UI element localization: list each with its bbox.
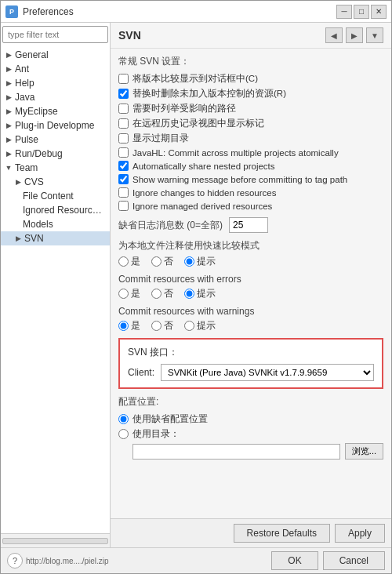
- checkbox-ancestors[interactable]: [118, 104, 129, 114]
- checkbox-label-javaHL[interactable]: JavaHL: Commit across multiple projects …: [132, 148, 339, 158]
- checkbox-row-ancestors: 需要时列举受影响的路径: [118, 103, 383, 114]
- svn-client-select[interactable]: SVNKit (Pure Java) SVNKit v1.7.9.9659Jav…: [161, 364, 374, 381]
- checkbox-label-expired[interactable]: 显示过期目录: [132, 133, 189, 144]
- sidebar-item-label: MyEclipse: [15, 106, 58, 117]
- apply-button[interactable]: Apply: [335, 524, 385, 543]
- checkbox-label-history[interactable]: 在远程历史记录视图中显示标记: [132, 118, 264, 129]
- commit-warnings-hint-label[interactable]: 提示: [184, 320, 216, 332]
- chevron-icon: [4, 50, 13, 60]
- checkbox-compare[interactable]: [118, 74, 129, 84]
- checkbox-row-replace: 替换时删除未加入版本控制的资源(R): [118, 88, 383, 100]
- checkbox-label-compare[interactable]: 将版本比较显示到对话框中(C): [132, 73, 258, 85]
- chevron-icon: [4, 64, 13, 74]
- sidebar-item-cvs[interactable]: CVS: [1, 175, 110, 189]
- close-button[interactable]: ✕: [371, 5, 387, 19]
- sidebar-item-general[interactable]: General: [1, 48, 110, 62]
- sidebar-item-label: Help: [15, 78, 34, 89]
- filter-input[interactable]: [2, 26, 108, 43]
- section-title: 常规 SVN 设置：: [118, 55, 383, 68]
- sidebar-item-java[interactable]: Java: [1, 90, 110, 104]
- config-default-radio[interactable]: [118, 414, 129, 424]
- commit-warnings-no-label[interactable]: 否: [151, 320, 173, 332]
- nav-forward-button[interactable]: ▶: [346, 27, 363, 43]
- window-controls: ─ □ ✕: [336, 5, 387, 19]
- sidebar-item-label: CVS: [24, 176, 44, 187]
- sidebar-item-rundebug[interactable]: Run/Debug: [1, 147, 110, 161]
- log-messages-input[interactable]: [229, 217, 268, 233]
- directory-input[interactable]: [132, 444, 340, 460]
- checkbox-label-ignore-managed[interactable]: Ignore managed derived resources: [132, 202, 272, 211]
- help-button[interactable]: ?: [7, 553, 23, 569]
- sidebar-scrollbar[interactable]: [1, 533, 110, 547]
- commit-errors-hint-label[interactable]: 提示: [184, 288, 216, 300]
- local-compare-hint-label[interactable]: 提示: [184, 256, 216, 267]
- use-directory-label[interactable]: 使用目录：: [132, 428, 180, 440]
- checkbox-expired[interactable]: [118, 133, 129, 144]
- local-compare-no-radio[interactable]: [151, 256, 162, 267]
- checkbox-label-ancestors[interactable]: 需要时列举受影响的路径: [132, 103, 236, 114]
- footer-url: http://blog.me..../piel.zip: [26, 557, 109, 565]
- commit-errors-yes-radio[interactable]: [118, 289, 129, 299]
- commit-warnings-yes-label[interactable]: 是: [118, 320, 140, 332]
- local-compare-yes-radio[interactable]: [118, 256, 129, 267]
- title-bar: P Preferences ─ □ ✕: [1, 1, 391, 23]
- browse-button[interactable]: 浏览...: [345, 443, 383, 460]
- scroll-track: [2, 538, 108, 544]
- checkbox-row-ignore-hidden: Ignore changes to hidden resources: [118, 187, 383, 198]
- local-compare-label: 为本地文件注释使用快速比较模式: [118, 239, 383, 252]
- commit-warnings-hint-radio[interactable]: [184, 321, 194, 331]
- nav-down-button[interactable]: ▼: [366, 27, 383, 43]
- sidebar-item-file-content[interactable]: File Content: [1, 189, 110, 203]
- checkbox-javaHL[interactable]: [118, 147, 129, 158]
- local-compare-hint-radio[interactable]: [184, 256, 194, 267]
- sidebar-item-plugin[interactable]: Plug-in Developme: [1, 118, 110, 133]
- sidebar-item-pulse[interactable]: Pulse: [1, 133, 110, 147]
- checkbox-row-history: 在远程历史记录视图中显示标记: [118, 118, 383, 129]
- sidebar-item-help[interactable]: Help: [1, 76, 110, 90]
- sidebar-item-team[interactable]: Team: [1, 161, 110, 175]
- commit-errors-yes-label[interactable]: 是: [118, 288, 140, 300]
- checkbox-label-replace[interactable]: 替换时删除未加入版本控制的资源(R): [132, 88, 286, 100]
- sidebar-item-svn[interactable]: SVN: [1, 231, 110, 245]
- commit-errors-hint-radio[interactable]: [184, 289, 194, 299]
- ok-button[interactable]: OK: [271, 551, 318, 570]
- commit-errors-radio-row: 是 否 提示: [118, 288, 383, 300]
- sidebar-item-ignored-resources[interactable]: Ignored Resourc…: [1, 203, 110, 217]
- checkbox-label-ignore-hidden[interactable]: Ignore changes to hidden resources: [132, 188, 276, 198]
- checkbox-ignore-managed[interactable]: [118, 201, 129, 211]
- restore-defaults-button[interactable]: Restore Defaults: [234, 524, 330, 543]
- config-dir-radio[interactable]: [118, 429, 129, 439]
- checkbox-ignore-hidden[interactable]: [118, 187, 129, 198]
- cancel-button[interactable]: Cancel: [323, 551, 385, 570]
- maximize-button[interactable]: □: [354, 5, 369, 19]
- sidebar-item-ant[interactable]: Ant: [1, 62, 110, 76]
- panel-body: 常规 SVN 设置： 将版本比较显示到对话框中(C) 替换时删除未加入版本控制的…: [111, 49, 391, 518]
- minimize-button[interactable]: ─: [336, 5, 352, 19]
- sidebar-item-label: Pulse: [15, 134, 38, 145]
- checkbox-history[interactable]: [118, 118, 129, 129]
- commit-errors-label: Commit resources with errors: [118, 274, 383, 285]
- checkbox-label-auto-share[interactable]: Automatically share nested projects: [132, 162, 275, 171]
- commit-warnings-no-radio[interactable]: [151, 321, 162, 331]
- commit-warnings-radio-row: 是 否 提示: [118, 320, 383, 332]
- checkbox-auto-share[interactable]: [118, 161, 129, 171]
- sidebar: General Ant Help Java: [1, 23, 111, 547]
- sidebar-item-models[interactable]: Models: [1, 217, 110, 231]
- checkbox-replace[interactable]: [118, 89, 129, 99]
- nav-back-button[interactable]: ◀: [325, 27, 343, 43]
- commit-warnings-yes-radio[interactable]: [118, 321, 129, 331]
- panel-header: SVN ◀ ▶ ▼: [111, 23, 391, 49]
- local-compare-no-label[interactable]: 否: [151, 256, 173, 267]
- use-default-label[interactable]: 使用缺省配置位置: [132, 413, 208, 425]
- commit-errors-no-radio[interactable]: [151, 289, 162, 299]
- commit-errors-no-label[interactable]: 否: [151, 288, 173, 300]
- config-title: 配置位置:: [118, 395, 383, 409]
- sidebar-item-label: General: [15, 49, 49, 60]
- checkbox-label-show-warning[interactable]: Show warning message before committing t…: [132, 175, 347, 184]
- app-icon: P: [5, 5, 18, 18]
- checkbox-show-warning[interactable]: [118, 174, 129, 184]
- log-messages-label: 缺省日志消息数 (0=全部): [118, 219, 223, 232]
- checkbox-row-show-warning: Show warning message before committing t…: [118, 174, 383, 184]
- local-compare-yes-label[interactable]: 是: [118, 256, 140, 267]
- sidebar-item-myeclipse[interactable]: MyEclipse: [1, 104, 110, 118]
